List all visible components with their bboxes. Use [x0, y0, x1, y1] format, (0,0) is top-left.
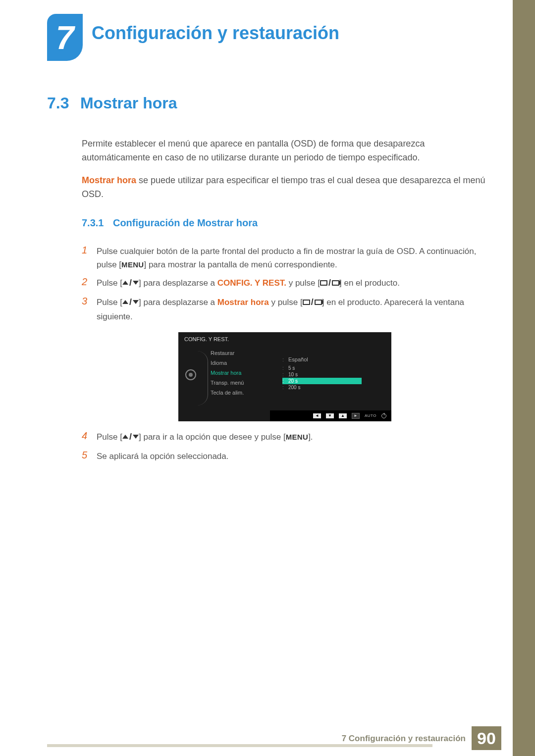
step-4: 4 Pulse [/] para ir a la opción que dese…: [82, 430, 488, 445]
osd-bottom-bar: ◄ ▼ ▲ ► AUTO: [270, 410, 391, 421]
subsection-heading: 7.3.1 Configuración de Mostrar hora: [82, 217, 488, 229]
steps-list: 1 Pulse cualquier botón de la parte fron…: [82, 245, 488, 463]
step-number: 4: [82, 430, 97, 442]
osd-panel: CONFIG. Y REST. Restaurar Idioma Mostrar…: [178, 332, 391, 421]
nav-up-icon: ▲: [339, 413, 347, 418]
section-number: 7.3: [47, 94, 69, 112]
osd-language-value: :Español: [282, 355, 376, 364]
step-text: Se aplicará la opción seleccionada.: [97, 450, 488, 463]
settings-dial-icon: [185, 369, 196, 380]
step-fragment: y pulse [: [269, 298, 303, 307]
osd-option-10s: :10 s: [282, 371, 376, 378]
step-fragment: Pulse [: [97, 432, 122, 442]
osd-option-200s: :200 s: [282, 384, 376, 391]
footer-stripe: [47, 744, 432, 747]
osd-title: CONFIG. Y REST.: [184, 336, 229, 342]
intro-paragraph-1: Permite establecer el menú que aparece e…: [82, 137, 488, 165]
subsection-number: 7.3.1: [82, 217, 104, 228]
osd-screenshot: CONFIG. Y REST. Restaurar Idioma Mostrar…: [178, 332, 391, 421]
page-content: 7.3 Mostrar hora Permite establecer el m…: [47, 94, 488, 468]
osd-option-text: 10 s: [288, 372, 298, 377]
footer-text: 7 Configuración y restauración: [342, 734, 466, 744]
up-down-icon: /: [122, 276, 139, 290]
step-fragment: ] para desplazarse a: [139, 298, 217, 307]
osd-item-restore: Restaurar: [211, 348, 270, 358]
chapter-title: Configuración y restauración: [92, 23, 339, 44]
step-number: 2: [82, 276, 97, 288]
step-fragment: ].: [308, 432, 313, 442]
nav-right-icon: ►: [352, 413, 360, 419]
osd-menu-list: Restaurar Idioma Mostrar hora Transp. me…: [211, 348, 270, 398]
step-fragment: Pulse [: [97, 278, 122, 288]
step-fragment: ] para ir a la opción que desee y pulse …: [139, 432, 286, 442]
step-fragment: Pulse [: [97, 298, 122, 307]
page-footer: 7 Configuración y restauración 90: [0, 726, 535, 756]
step-2: 2 Pulse [/] para desplazarse a CONFIG. Y…: [82, 276, 488, 291]
up-down-icon: /: [122, 430, 139, 444]
step-number: 5: [82, 450, 97, 461]
source-enter-icon: /: [303, 295, 322, 309]
osd-left-decoration: [183, 347, 206, 406]
page-number: 90: [472, 726, 501, 750]
step-number: 3: [82, 296, 97, 307]
auto-label: AUTO: [365, 413, 376, 418]
step-text: Pulse [/] para desplazarse a CONFIG. Y R…: [97, 276, 488, 291]
step-fragment: ] en el producto.: [339, 278, 400, 288]
step-text: Pulse [/] para desplazarse a Mostrar hor…: [97, 296, 488, 323]
osd-option-text: 5 s: [288, 365, 295, 371]
osd-item-display-time: Mostrar hora: [211, 368, 270, 378]
step-5: 5 Se aplicará la opción seleccionada.: [82, 450, 488, 463]
nav-left-icon: ◄: [313, 413, 321, 418]
step-target: CONFIG. Y REST.: [217, 278, 286, 288]
osd-option-text: 20 s: [288, 378, 298, 384]
osd-item-power-key: Tecla de alim.: [211, 388, 270, 398]
step-3: 3 Pulse [/] para desplazarse a Mostrar h…: [82, 296, 488, 323]
osd-value-text: Español: [288, 356, 308, 362]
intro-text: Permite establecer el menú que aparece e…: [82, 137, 488, 202]
step-1: 1 Pulse cualquier botón de la parte fron…: [82, 245, 488, 271]
step-fragment: y pulse [: [286, 278, 320, 288]
osd-spacer: [282, 346, 376, 355]
intro-rest: se puede utilizar para especificar el ti…: [82, 175, 485, 199]
osd-options: :5 s :10 s :20 s :200 s: [282, 365, 376, 391]
side-accent-bar: [513, 0, 535, 756]
step-target: Mostrar hora: [217, 298, 269, 307]
intro-strong: Mostrar hora: [82, 175, 136, 185]
step-fragment: ] para desplazarse a: [139, 278, 217, 288]
step-fragment: ] para mostrar la pantalla de menú corre…: [144, 260, 337, 269]
up-down-icon: /: [122, 295, 139, 309]
step-number: 1: [82, 245, 97, 256]
osd-option-20s-selected: :20 s: [282, 378, 362, 384]
osd-option-text: 200 s: [288, 385, 300, 390]
step-text: Pulse cualquier botón de la parte fronta…: [97, 245, 488, 271]
chapter-header: 7 Configuración y restauración: [47, 14, 339, 61]
nav-down-icon: ▼: [326, 413, 334, 418]
section-title: Mostrar hora: [80, 94, 177, 112]
osd-item-language: Idioma: [211, 358, 270, 368]
source-enter-icon: /: [320, 276, 339, 290]
section-heading: 7.3 Mostrar hora: [47, 94, 488, 112]
power-icon: [381, 413, 386, 418]
osd-option-5s: :5 s: [282, 365, 376, 371]
intro-paragraph-2: Mostrar hora se puede utilizar para espe…: [82, 174, 488, 202]
chapter-number-tab: 7: [47, 14, 83, 61]
osd-item-transparency: Transp. menú: [211, 378, 270, 388]
subsection-title: Configuración de Mostrar hora: [113, 217, 258, 228]
arc-decoration: [197, 351, 208, 405]
step-text: Pulse [/] para ir a la opción que desee …: [97, 430, 488, 445]
menu-button-label: MENU: [286, 433, 308, 441]
osd-values: :Español :5 s :10 s :20 s :200 s: [282, 346, 376, 391]
menu-button-label: MENU: [121, 260, 144, 269]
